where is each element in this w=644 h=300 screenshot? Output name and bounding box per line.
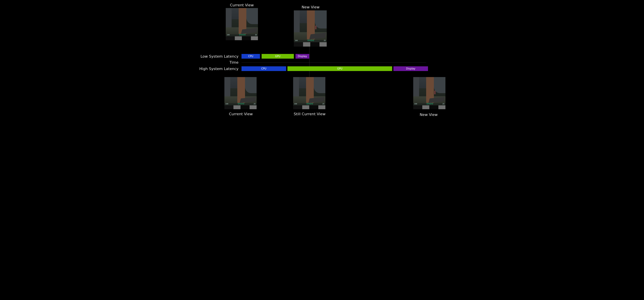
thumb-low-current: 10025 — [226, 8, 258, 40]
seg-low-gpu: GPU — [262, 54, 294, 59]
seg-high-display: Display — [394, 66, 428, 71]
label-time: Time — [196, 60, 238, 64]
time-axis — [242, 62, 426, 63]
label-new-view-bottom: New View — [420, 113, 438, 117]
hud-ammo: 25 — [442, 103, 444, 105]
label-new-view-top: New View — [302, 5, 320, 9]
label-current-view-bottom: Current View — [229, 112, 253, 116]
hud-hp: 100 — [414, 103, 417, 105]
seg-low-cpu: CPU — [242, 54, 260, 59]
seg-high-gpu: GPU — [288, 66, 392, 71]
hud-ammo: 25 — [255, 34, 257, 36]
hud-ammo: 25 — [254, 103, 256, 105]
label-high-latency: High System Latency — [196, 67, 238, 71]
hud-ammo: 25 — [324, 40, 326, 41]
hud-hp: 100 — [227, 34, 230, 36]
label-current-view-top: Current View — [230, 3, 254, 7]
latency-diagram: Current View New View 10025 10025 Low Sy… — [193, 0, 451, 120]
thumb-high-current: 10025 — [224, 77, 256, 109]
thumb-low-new: 10025 — [294, 10, 327, 46]
label-low-latency: Low System Latency — [196, 54, 238, 58]
thumb-high-still-current: 10025 — [293, 77, 325, 109]
seg-high-cpu: CPU — [242, 66, 286, 71]
hud-hp: 100 — [295, 40, 298, 41]
hud-hp: 100 — [226, 103, 228, 105]
divider-new-view — [309, 46, 310, 78]
hud-hp: 100 — [294, 103, 297, 105]
label-still-current-view: Still Current View — [294, 112, 326, 116]
thumb-high-new: 10025 — [413, 77, 446, 109]
seg-low-display: Display — [296, 54, 309, 59]
hud-ammo: 25 — [322, 103, 324, 105]
